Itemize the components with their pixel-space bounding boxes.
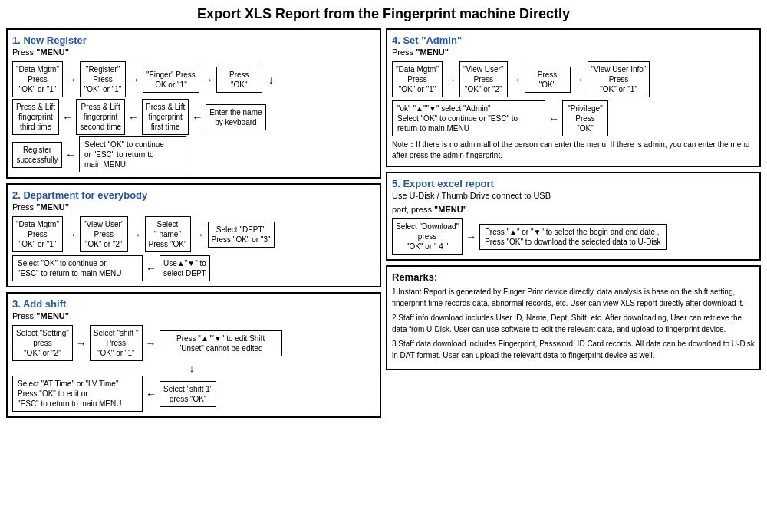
sec4-box-ok-arrow: "ok" "▲""▼" select "Admin" Select "OK" t…: [392, 100, 545, 136]
sec5-line2: port, press "MENU": [392, 205, 755, 214]
section-2: 2. Department for everybody Press "MENU"…: [6, 183, 381, 287]
arrow-s4-3: →: [572, 74, 586, 86]
sec3-box-shift1: Select "shift 1" press "OK": [160, 381, 216, 407]
arrow-s5-1: →: [464, 231, 478, 243]
sec3-box-press-arrow: Press "▲""▼" to edit Shift "Unset" canno…: [160, 330, 282, 356]
sec1-box-datamgtm: "Data Mgtm" Press "OK" or "1": [12, 61, 63, 97]
arrow-3: →: [201, 74, 215, 86]
remarks-title: Remarks:: [392, 271, 755, 283]
sec5-title: 5. Export excel report: [392, 178, 755, 189]
arrow-s2-1: →: [64, 228, 78, 241]
section-5: 5. Export excel report Use U-Disk / Thum…: [386, 172, 761, 261]
sec4-subtitle: Press "MENU": [392, 48, 755, 57]
arrow-s4-1: →: [444, 74, 458, 86]
sec5-box-download: Select "Download" press "OK" or " 4 ": [392, 218, 463, 255]
section-3: 3. Add shift Press "MENU" Select "Settin…: [6, 292, 381, 418]
sec1-box-press-ok: Press "OK": [216, 67, 262, 93]
sec3-box-at-lv: Select "AT Time" or "LV Time" Press "OK"…: [12, 376, 143, 412]
sec2-box-viewuser: "View User" Press "OK" or "2": [80, 216, 128, 252]
arrow-s3-3: ←: [144, 388, 158, 400]
sec1-box-lift2: Press & Lift fingerprint second time: [76, 99, 125, 135]
remarks-para-1: 1.Instant Report is generated by Finger …: [392, 286, 755, 309]
sec3-title: 3. Add shift: [12, 298, 375, 310]
sec3-box-setting: Select "Setting" press "OK" or "2": [12, 325, 73, 361]
sec5-box-press-arrow: Press "▲" or "▼" to select the begin and…: [479, 224, 666, 250]
sec1-box-finger: "Finger" Press OK or "1": [143, 67, 199, 93]
sec4-box-viewuserinfo: "View User Info" Press "OK" or "1": [588, 61, 650, 97]
arrow-s3-1: →: [74, 337, 88, 350]
sec1-box-enter: Enter the name by keyboard: [206, 104, 265, 130]
arrow-2: →: [127, 74, 141, 86]
sec4-box-pressok: Press "OK": [525, 67, 571, 93]
sec1-box-lift1: Press & Lift fingerprint first time: [142, 99, 189, 135]
sec1-subtitle: Press "MENU": [12, 48, 375, 57]
sec2-box-datamgtm: "Data Mgtm" Press "OK" or "1": [12, 216, 63, 252]
sec1-box-select-ok: Select "OK" to continue or "ESC" to retu…: [79, 136, 186, 172]
sec1-box-reg-success: Register successfully: [12, 142, 62, 168]
sec1-box-lift3: Press & Lift fingerprint third time: [12, 99, 59, 135]
remarks-section: Remarks: 1.Instant Report is generated b…: [386, 265, 761, 370]
arrow-1: →: [64, 74, 78, 86]
remarks-para-3: 3.Staff data download includes Fingerpri…: [392, 338, 755, 361]
sec2-box-use-arrow: Use▲"▼" to select DEPT: [160, 255, 210, 281]
sec4-box-privilege: "Privilege" Press "OK": [562, 100, 608, 136]
arrow-4: ↓: [267, 74, 275, 86]
sec1-title: 1. New Register: [12, 34, 375, 46]
arrow-s4-2: →: [509, 74, 523, 86]
arrow-6: ←: [127, 111, 140, 123]
sec3-box-shift: Select "shift " Press "OK" or "1": [90, 325, 143, 361]
arrow-s4-4: ←: [547, 113, 561, 125]
arrow-8: ←: [64, 149, 77, 161]
section-1: 1. New Register Press "MENU" "Data Mgtm"…: [6, 28, 381, 179]
arrow-s2-2: →: [130, 228, 143, 241]
sec2-subtitle: Press "MENU": [12, 202, 375, 212]
page-title: Export XLS Report from the Fingerprint m…: [6, 6, 761, 22]
sec3-subtitle: Press "MENU": [12, 311, 375, 320]
arrow-s2-4: ←: [144, 262, 158, 274]
remarks-body: 1.Instant Report is generated by Finger …: [392, 286, 755, 361]
arrow-7: ←: [190, 111, 204, 123]
sec1-box-register: "Register" Press "OK" or "1": [80, 61, 126, 97]
sec2-box-selectdept: Select "DEPT" Press "OK" or "3": [208, 222, 275, 248]
arrow-5: ←: [61, 111, 74, 123]
sec4-title: 4. Set "Admin": [392, 34, 755, 46]
sec2-box-select-ok: Select "OK" to continue or "ESC" to retu…: [12, 255, 143, 281]
sec2-title: 2. Department for everybody: [12, 189, 375, 201]
sec4-box-viewuser: "View User" Press "OK" or "2": [459, 61, 508, 97]
sec4-box-datamgtm: "Data Mgtm" Press "OK" or "1": [392, 61, 443, 97]
remarks-para-2: 2.Staff info download includes User ID, …: [392, 312, 755, 335]
sec2-box-selectname: Select " name" Press "OK": [145, 216, 191, 252]
arrow-s3-2: →: [144, 337, 158, 350]
sec5-line1: Use U-Disk / Thumb Drive connect to USB: [392, 191, 755, 200]
sec4-note: Note：If there is no admin all of the per…: [392, 140, 755, 161]
arrow-s2-3: →: [193, 228, 206, 241]
section-4: 4. Set "Admin" Press "MENU" "Data Mgtm" …: [386, 28, 761, 167]
